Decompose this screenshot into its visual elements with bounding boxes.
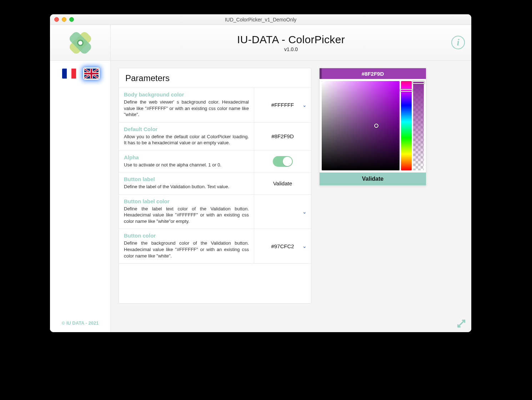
app-logo-area	[50, 25, 111, 60]
param-button-color-dropdown[interactable]: #97CFC2 ⌄	[254, 229, 311, 263]
color-picker-panel: #8F2F9D Validate	[319, 68, 426, 186]
app-window: IUD_ColorPicker_v1_DemoOnly IU-DATA - Co…	[50, 14, 471, 332]
alpha-slider[interactable]	[413, 81, 424, 170]
param-title: Button color	[124, 232, 249, 239]
chevron-down-icon: ⌄	[302, 243, 307, 249]
param-button-label: Button label Define the label of the Val…	[119, 172, 311, 194]
validate-button-label: Validate	[362, 176, 383, 182]
language-fr-button[interactable]	[62, 69, 76, 79]
window-close-button[interactable]	[54, 17, 59, 22]
hue-marker-icon	[400, 89, 412, 92]
saturation-field[interactable]	[322, 81, 400, 170]
parameters-panel: Parameters Body background color Define …	[119, 68, 311, 304]
param-title: Button label	[124, 176, 249, 182]
resize-handle[interactable]	[456, 319, 466, 329]
param-body-bg-color: Body background color Define the web vie…	[119, 88, 311, 122]
param-default-color: Default Color Allow you to define the de…	[119, 122, 311, 150]
param-title: Default Color	[124, 126, 249, 132]
parameters-heading: Parameters	[119, 68, 311, 88]
param-button-label-color: Button label color Define the label text…	[119, 194, 311, 229]
window-traffic-lights	[54, 17, 74, 22]
language-switcher	[62, 69, 99, 79]
sidebar: © IU DATA - 2021	[50, 61, 111, 332]
param-desc: Use to activate or not the alpha channel…	[124, 162, 249, 168]
param-button-label-field[interactable]: Validate	[254, 172, 311, 194]
toggle-knob	[283, 157, 292, 166]
info-icon: i	[457, 37, 459, 48]
window-minimize-button[interactable]	[62, 17, 66, 22]
param-value: Validate	[273, 180, 292, 186]
param-desc: Define the label of the Validation butto…	[124, 184, 249, 190]
param-title: Button label color	[124, 198, 249, 204]
saturation-cursor-icon	[374, 124, 378, 128]
app-header: IU-DATA - ColorPicker v1.0.0 i	[50, 25, 471, 61]
param-desc: Define the web viewer' s background colo…	[124, 99, 249, 118]
hue-slider[interactable]	[401, 81, 412, 170]
window-title: IUD_ColorPicker_v1_DemoOnly	[50, 17, 471, 22]
param-default-color-field[interactable]: #8F2F9D	[254, 122, 311, 150]
app-title: IU-DATA - ColorPicker	[111, 34, 471, 46]
param-title: Alpha	[124, 154, 249, 160]
chevron-down-icon: ⌄	[302, 102, 307, 108]
param-value: #97CFC2	[271, 243, 294, 249]
language-en-button[interactable]	[84, 69, 99, 79]
alpha-marker-icon	[412, 81, 425, 84]
param-desc: Allow you to define the default color at…	[124, 134, 249, 146]
alpha-toggle[interactable]	[273, 156, 293, 167]
main-content: Parameters Body background color Define …	[111, 61, 471, 332]
copyright-label: © IU DATA - 2021	[50, 320, 110, 326]
param-body-bg-color-dropdown[interactable]: #FFFFFF ⌄	[254, 88, 311, 122]
param-button-label-color-dropdown[interactable]: ⌄	[254, 195, 311, 229]
param-value: #FFFFFF	[271, 102, 294, 108]
param-button-color: Button color Define the background color…	[119, 229, 311, 263]
param-alpha: Alpha Use to activate or not the alpha c…	[119, 150, 311, 172]
window-titlebar: IUD_ColorPicker_v1_DemoOnly	[50, 14, 471, 25]
param-title: Body background color	[124, 91, 249, 98]
validate-button[interactable]: Validate	[320, 172, 426, 185]
param-value: #8F2F9D	[271, 133, 294, 139]
param-desc: Define the background color of the Valid…	[124, 240, 249, 259]
param-desc: Define the label text color of the Valid…	[124, 206, 249, 225]
window-zoom-button[interactable]	[69, 17, 74, 22]
picker-hex-display: #8F2F9D	[320, 68, 426, 79]
info-button[interactable]: i	[451, 36, 465, 49]
app-logo-icon	[64, 27, 96, 59]
chevron-down-icon: ⌄	[302, 209, 307, 215]
app-version: v1.0.0	[111, 46, 471, 52]
